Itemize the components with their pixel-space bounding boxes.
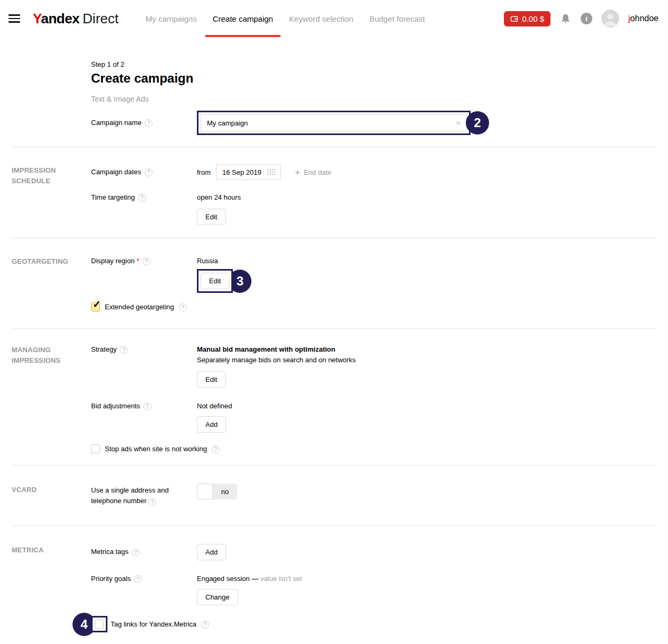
- stop-ads-checkbox[interactable]: [91, 444, 100, 453]
- metrica-tags-add-button[interactable]: Add: [197, 544, 226, 560]
- logo-yandex: Yandex: [33, 11, 79, 27]
- help-icon[interactable]: [201, 621, 209, 629]
- extended-geotargeting-label[interactable]: Extended geotargeting: [105, 303, 174, 311]
- annotation-box-4: [91, 616, 107, 632]
- tab-create-campaign[interactable]: Create campaign: [205, 0, 281, 37]
- section-label: MANAGING IMPRESSIONS: [12, 344, 91, 453]
- priority-goals-label: Priority goals: [91, 575, 131, 584]
- section-vcard: VCARD Use a single address and telephone…: [0, 466, 668, 506]
- clear-icon[interactable]: [456, 119, 461, 128]
- annotation-box-3: Edit: [197, 269, 233, 293]
- metrica-tags-row: Metrica tags Add: [91, 544, 668, 560]
- start-date-input[interactable]: 16 Sep 2019: [216, 164, 281, 180]
- avatar[interactable]: [601, 10, 619, 28]
- time-targeting-value: open 24 hours: [197, 192, 668, 201]
- campaign-dates-label: Campaign dates: [91, 168, 141, 177]
- extended-geotargeting-checkbox[interactable]: [91, 302, 100, 311]
- bid-adjustments-add-button[interactable]: Add: [197, 416, 226, 433]
- strategy-row: Strategy Manual bid management with opti…: [91, 344, 668, 388]
- main-nav: My campaigns Create campaign Keyword sel…: [138, 0, 433, 37]
- wallet-icon: [510, 15, 518, 23]
- campaign-name-label: Campaign name: [91, 119, 141, 128]
- help-icon[interactable]: [212, 445, 220, 453]
- tab-keyword-selection[interactable]: Keyword selection: [281, 0, 362, 37]
- campaign-name-annotation-wrap: 2: [197, 111, 471, 135]
- yandex-direct-logo[interactable]: Yandex Direct: [33, 11, 119, 27]
- from-label: from: [197, 168, 211, 176]
- single-address-toggle[interactable]: no: [197, 484, 237, 499]
- title-block: Step 1 of 2 Create campaign Text & Image…: [91, 60, 668, 103]
- display-region-value: Russia: [197, 255, 668, 265]
- tag-links-checkbox[interactable]: [95, 620, 104, 629]
- help-icon[interactable]: [143, 402, 151, 410]
- priority-goals-row: Priority goals Engaged session — value i…: [91, 573, 668, 605]
- tab-budget-forecast[interactable]: Budget forecast: [362, 0, 433, 37]
- tag-links-label[interactable]: Tag links for Yandex.Metrica: [111, 620, 196, 628]
- stop-ads-row: Stop ads when site is not working: [91, 444, 668, 453]
- help-icon[interactable]: [120, 346, 128, 354]
- top-bar: Yandex Direct My campaigns Create campai…: [0, 0, 668, 37]
- help-icon[interactable]: [138, 194, 146, 202]
- stop-ads-label[interactable]: Stop ads when site is not working: [105, 445, 207, 453]
- header-actions: 0.00 $ johndoe: [504, 10, 658, 28]
- section-label: VCARD: [12, 484, 91, 506]
- toggle-knob[interactable]: [197, 484, 213, 499]
- help-icon[interactable]: [179, 303, 187, 311]
- hamburger-menu-icon[interactable]: [8, 14, 20, 23]
- time-targeting-row: Time targeting open 24 hours Edit: [91, 192, 668, 225]
- strategy-value-subtitle: Separately manage bids on search and on …: [197, 354, 668, 364]
- section-metrica: METRICA Metrica tags Add Priority goals …: [0, 526, 668, 644]
- help-icon[interactable]: [142, 257, 150, 265]
- strategy-value-title: Manual bid management with optimization: [197, 344, 668, 353]
- display-region-annotation-wrap: 3 Edit: [197, 269, 233, 293]
- tag-links-annotation-wrap: 4: [91, 616, 107, 632]
- help-icon[interactable]: [145, 168, 152, 176]
- required-asterisk: *: [137, 257, 139, 265]
- tag-links-row: 4 Tag links for Yandex.Metrica: [91, 616, 668, 632]
- toggle-value: no: [213, 484, 237, 499]
- tab-my-campaigns[interactable]: My campaigns: [138, 0, 205, 37]
- start-date-value: 16 Sep 2019: [222, 168, 261, 176]
- time-targeting-label: Time targeting: [91, 193, 135, 202]
- add-end-date-link[interactable]: End date: [295, 168, 331, 177]
- section-label: IMPRESSION SCHEDULE: [12, 164, 91, 225]
- time-targeting-edit-button[interactable]: Edit: [197, 209, 225, 225]
- annotation-box-2: [197, 111, 471, 135]
- end-date-label: End date: [304, 168, 331, 176]
- strategy-edit-button[interactable]: Edit: [197, 371, 225, 388]
- help-icon[interactable]: [132, 549, 140, 557]
- bid-adjustments-row: Bid adjustments Not defined Add: [91, 400, 668, 433]
- bid-adjustments-label: Bid adjustments: [91, 402, 140, 411]
- help-icon[interactable]: [148, 498, 156, 506]
- info-icon[interactable]: [581, 13, 592, 24]
- plus-icon: [295, 168, 300, 177]
- bid-adjustments-value: Not defined: [197, 400, 668, 410]
- logo-direct: Direct: [83, 11, 119, 27]
- balance-amount: 0.00 $: [522, 14, 544, 23]
- section-impression-schedule: IMPRESSION SCHEDULE Campaign dates from …: [0, 147, 668, 225]
- help-icon[interactable]: [134, 575, 142, 583]
- single-address-label: Use a single address and telephone numbe…: [91, 486, 169, 505]
- section-geotargeting: GEOTARGETING Display region * Russia 3 E…: [0, 238, 668, 311]
- help-icon[interactable]: [145, 119, 152, 127]
- priority-goals-note: value isn't set: [260, 575, 302, 583]
- display-region-row: Display region * Russia 3 Edit: [91, 255, 668, 293]
- calendar-icon[interactable]: [267, 169, 275, 175]
- section-label: GEOTARGETING: [12, 255, 91, 311]
- extended-geotargeting-row: Extended geotargeting: [91, 302, 668, 311]
- display-region-edit-button[interactable]: Edit: [201, 273, 229, 289]
- display-region-label: Display region *: [91, 257, 139, 266]
- notifications-bell-icon[interactable]: [559, 13, 572, 25]
- balance-badge[interactable]: 0.00 $: [504, 11, 550, 26]
- annotation-badge-2: 2: [466, 111, 489, 135]
- checkmark-icon: [93, 299, 101, 309]
- campaign-name-input[interactable]: [201, 114, 467, 131]
- priority-goals-value: Engaged session — value isn't set: [197, 573, 668, 583]
- single-address-row: Use a single address and telephone numbe…: [91, 484, 668, 506]
- campaign-type-subtitle: Text & Image Ads: [91, 95, 668, 103]
- username[interactable]: johndoe: [628, 14, 658, 23]
- page-title: Create campaign: [91, 71, 668, 86]
- campaign-name-row: Campaign name 2: [91, 111, 668, 135]
- campaign-dates-row: Campaign dates from 16 Sep 2019: [91, 164, 668, 180]
- priority-goals-change-button[interactable]: Change: [197, 589, 238, 605]
